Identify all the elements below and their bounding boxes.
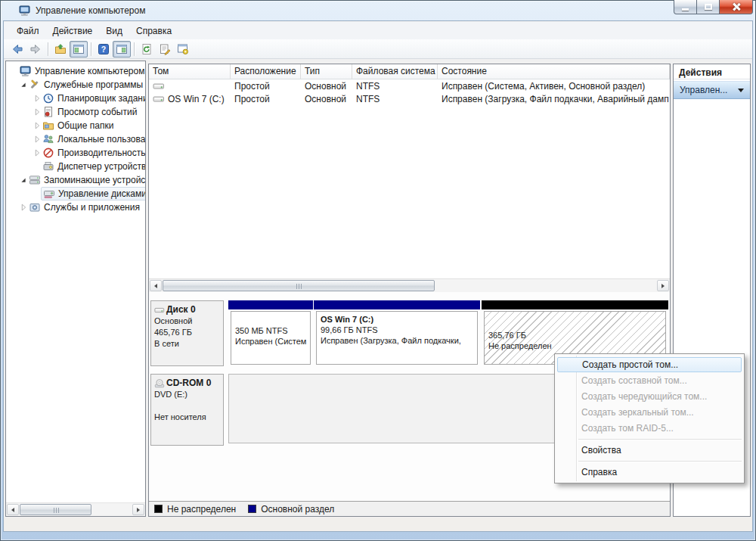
tree-item-device-manager[interactable]: Диспетчер устройств bbox=[6, 160, 145, 173]
properties-button[interactable] bbox=[156, 41, 174, 58]
clock-icon bbox=[42, 92, 54, 104]
title-bar[interactable]: Управление компьютером bbox=[0, 0, 756, 21]
up-one-level-button[interactable] bbox=[51, 41, 70, 58]
show-action-pane-button[interactable] bbox=[113, 41, 131, 58]
tree-item-storage[interactable]: Запоминающие устройс bbox=[6, 173, 145, 187]
maximize-icon bbox=[705, 4, 712, 10]
primary-partition-band bbox=[228, 300, 313, 309]
primary-partition-band bbox=[314, 300, 480, 309]
cdrom-name: CD-ROM 0 bbox=[166, 378, 211, 389]
storage-icon bbox=[29, 174, 41, 186]
tree-item-performance[interactable]: Производительность bbox=[6, 146, 145, 160]
menu-action[interactable]: Действие bbox=[46, 23, 100, 39]
maximize-button[interactable] bbox=[697, 0, 719, 14]
tree-item-local-users[interactable]: Локальные пользова bbox=[6, 132, 145, 146]
tree-item-disk-management[interactable]: Управление дисками bbox=[6, 187, 145, 201]
close-button[interactable] bbox=[719, 0, 753, 14]
volume-filesystem: NTFS bbox=[352, 94, 438, 104]
toolbar-separator bbox=[134, 42, 135, 56]
help-button[interactable] bbox=[94, 41, 113, 58]
refresh-button[interactable] bbox=[138, 41, 156, 58]
tree-item-task-scheduler[interactable]: Планировщик задани bbox=[6, 92, 145, 105]
menu-item-create-raid5-volume: Создать том RAID-5... bbox=[557, 421, 742, 436]
menu-item-help[interactable]: Справка bbox=[557, 465, 742, 480]
cd-rom-icon bbox=[154, 378, 165, 389]
cdrom-media-state: Нет носителя bbox=[154, 412, 222, 423]
actions-section-header[interactable]: Управлен... bbox=[674, 81, 750, 99]
cdrom-label-box[interactable]: CD-ROM 0 DVD (E:) Нет носителя bbox=[150, 374, 224, 446]
scroll-right-button[interactable] bbox=[657, 280, 669, 291]
column-header-filesystem[interactable]: Файловая система bbox=[352, 64, 438, 79]
menu-file[interactable]: Файл bbox=[10, 23, 46, 39]
expanded-icon[interactable] bbox=[18, 175, 29, 185]
partition-system-reserved[interactable]: 350 МБ NTFS Исправен (Систем bbox=[228, 300, 313, 366]
disk0-name: Диск 0 bbox=[166, 304, 196, 316]
legend-unallocated: Не распределен bbox=[154, 504, 236, 515]
tree-item-label: Служебные программы bbox=[44, 79, 143, 90]
tree-item-shared-folders[interactable]: Общие папки bbox=[6, 119, 145, 132]
forward-button[interactable] bbox=[26, 41, 45, 58]
partition-size-fs: 350 МБ NTFS bbox=[235, 325, 306, 336]
column-header-volume[interactable]: Том bbox=[149, 64, 231, 79]
computer-icon bbox=[20, 65, 32, 77]
collapsed-icon[interactable] bbox=[32, 148, 42, 158]
properties-icon bbox=[159, 43, 171, 55]
menu-item-create-simple-volume[interactable]: Создать простой том... bbox=[557, 357, 742, 372]
collapsed-icon[interactable] bbox=[32, 93, 42, 104]
menu-item-create-spanned-volume: Создать составной том... bbox=[557, 373, 742, 388]
unallocated-band bbox=[482, 300, 668, 309]
show-console-tree-button[interactable] bbox=[70, 41, 88, 58]
legend-label: Не распределен bbox=[167, 504, 236, 515]
scrollbar-thumb[interactable] bbox=[163, 280, 435, 291]
partition-status: Исправен (Загрузка, Файл подкачки, bbox=[321, 335, 473, 346]
column-header-type[interactable]: Тип bbox=[301, 64, 352, 79]
cdrom-drive-letter: DVD (E:) bbox=[154, 389, 222, 400]
collapsed-icon[interactable] bbox=[32, 134, 42, 145]
expanded-icon[interactable] bbox=[18, 79, 29, 90]
disk0-label-box[interactable]: Диск 0 Основной 465,76 ГБ В сети bbox=[150, 300, 224, 366]
menu-help[interactable]: Справка bbox=[129, 23, 178, 39]
console-settings-button[interactable] bbox=[174, 41, 192, 58]
app-icon bbox=[19, 5, 31, 17]
toolbar bbox=[4, 39, 752, 59]
menu-separator bbox=[578, 439, 742, 440]
back-arrow-icon bbox=[11, 43, 23, 55]
volume-row-os[interactable]: OS Win 7 (C:) Простой Основной NTFS Испр… bbox=[149, 92, 670, 105]
console-tree: Управление компьютером ( Служебные прогр… bbox=[6, 64, 145, 214]
tree-item-event-viewer[interactable]: Просмотр событий bbox=[6, 105, 145, 119]
actions-title: Действия bbox=[674, 64, 750, 79]
disk0-size: 465,76 ГБ bbox=[154, 327, 222, 338]
scroll-right-button[interactable] bbox=[132, 504, 144, 515]
collapsed-icon[interactable] bbox=[32, 120, 42, 131]
tree-item-system-tools[interactable]: Служебные программы bbox=[6, 78, 145, 92]
collapsed-icon[interactable] bbox=[32, 107, 42, 117]
tree-item-label: Управление компьютером ( bbox=[35, 66, 145, 76]
column-header-status[interactable]: Состояние bbox=[438, 64, 670, 79]
volume-list-horizontal-scrollbar[interactable] bbox=[149, 278, 670, 293]
context-menu: Создать простой том... Создать составной… bbox=[554, 353, 745, 483]
scrollbar-thumb[interactable] bbox=[20, 504, 91, 515]
minimize-button[interactable] bbox=[674, 0, 697, 14]
volume-row-system[interactable]: Простой Основной NTFS Исправен (Система,… bbox=[149, 79, 670, 92]
tree-item-label: Диспетчер устройств bbox=[57, 161, 145, 172]
folder-up-icon bbox=[54, 43, 67, 55]
partition-os-c[interactable]: OS Win 7 (C:) 99,66 ГБ NTFS Исправен (За… bbox=[314, 300, 480, 366]
minimize-icon bbox=[682, 8, 689, 11]
column-header-layout[interactable]: Расположение bbox=[231, 64, 301, 79]
tree-horizontal-scrollbar[interactable] bbox=[6, 502, 145, 516]
back-button[interactable] bbox=[8, 41, 26, 58]
performance-icon bbox=[42, 147, 54, 159]
tree-item-services[interactable]: Службы и приложения bbox=[6, 201, 145, 214]
menu-item-properties[interactable]: Свойства bbox=[557, 443, 742, 458]
disk0-kind: Основной bbox=[154, 316, 222, 327]
toolbar-separator bbox=[48, 42, 48, 56]
tree-item-label: Локальные пользова bbox=[57, 134, 145, 145]
scroll-left-button[interactable] bbox=[7, 504, 19, 515]
collapsed-icon[interactable] bbox=[18, 202, 29, 213]
scroll-left-button[interactable] bbox=[150, 280, 162, 291]
tree-item-computer-management[interactable]: Управление компьютером ( bbox=[6, 64, 145, 78]
shared-folder-icon bbox=[42, 120, 54, 132]
console-tree-panel: Управление компьютером ( Служебные прогр… bbox=[5, 61, 146, 517]
menu-view[interactable]: Вид bbox=[99, 23, 129, 39]
unallocated-status: Не распределен bbox=[488, 340, 662, 351]
